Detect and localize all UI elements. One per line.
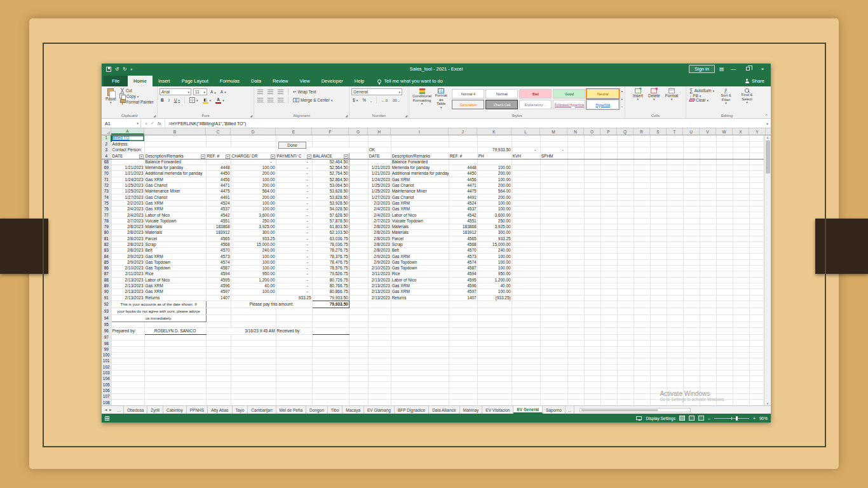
page-break-view-button[interactable] — [698, 416, 704, 421]
cell[interactable] — [231, 335, 276, 341]
cell[interactable] — [600, 135, 617, 141]
cell[interactable] — [540, 200, 567, 206]
cell[interactable] — [650, 135, 667, 141]
cell[interactable] — [449, 382, 477, 388]
cell-style-check-cell[interactable]: Check Cell — [485, 100, 518, 109]
cell[interactable] — [584, 165, 600, 170]
cell[interactable] — [650, 358, 667, 364]
cell[interactable]: 183912 — [449, 230, 477, 236]
cell[interactable] — [540, 165, 567, 170]
cell[interactable] — [667, 308, 683, 315]
cell[interactable]: BALANCE — [312, 153, 349, 159]
cell[interactable] — [683, 266, 700, 271]
cell[interactable] — [667, 358, 683, 364]
cell[interactable]: 100.00 — [477, 289, 512, 295]
cell[interactable] — [512, 159, 540, 165]
cell[interactable] — [540, 295, 567, 301]
paste-button[interactable]: Paste▾ — [104, 88, 118, 105]
cell[interactable] — [449, 353, 477, 358]
cell[interactable]: Labor of Nico — [144, 212, 206, 218]
cell[interactable] — [700, 218, 716, 224]
cell[interactable] — [349, 370, 368, 376]
cell[interactable] — [749, 388, 764, 393]
row-header-105[interactable]: 105 — [102, 382, 111, 388]
cell[interactable] — [512, 200, 540, 206]
cell[interactable]: 4471 — [206, 182, 231, 188]
cell[interactable]: Gas XRM — [144, 254, 206, 259]
cell[interactable] — [512, 194, 540, 200]
cell[interactable] — [449, 364, 477, 370]
cell[interactable] — [700, 346, 716, 352]
cell[interactable] — [349, 353, 368, 358]
cell[interactable] — [716, 171, 733, 177]
number-dialog-launcher[interactable]: ◢ — [405, 114, 407, 118]
cell[interactable] — [567, 370, 584, 376]
cell[interactable] — [749, 400, 764, 405]
cell[interactable] — [667, 165, 683, 170]
redo-icon[interactable]: ↻ — [123, 66, 126, 72]
cell[interactable] — [700, 248, 716, 254]
cell[interactable]: 2/10/2023 — [111, 266, 144, 271]
cell[interactable] — [617, 301, 634, 308]
cell[interactable] — [716, 295, 733, 301]
cell[interactable] — [667, 200, 683, 206]
cell[interactable] — [276, 135, 312, 141]
cell[interactable] — [634, 147, 650, 153]
cell[interactable] — [584, 236, 600, 241]
cell[interactable] — [111, 358, 144, 364]
row-header-97[interactable]: 97 — [102, 335, 111, 341]
cell[interactable] — [540, 376, 567, 382]
cell[interactable] — [716, 346, 733, 352]
cell[interactable] — [617, 328, 634, 335]
cell[interactable]: 79,933.50 — [477, 147, 512, 153]
clipboard-dialog-launcher[interactable]: ◢ — [153, 114, 156, 118]
cell[interactable] — [733, 341, 749, 346]
cell[interactable]: 2/8/2023 — [368, 230, 391, 236]
cell[interactable] — [667, 135, 683, 141]
cell[interactable] — [716, 254, 733, 259]
cell[interactable]: 1407 — [206, 295, 231, 301]
cell[interactable] — [634, 230, 650, 236]
cell[interactable] — [634, 241, 650, 247]
cell[interactable]: 4491 — [449, 194, 477, 200]
cell[interactable]: Gas Chariot — [144, 194, 206, 200]
cell[interactable]: Gas Topdown — [391, 259, 449, 265]
cell[interactable] — [667, 400, 683, 405]
cell[interactable] — [512, 335, 540, 341]
cell[interactable] — [567, 341, 584, 346]
cell[interactable]: 300.00 — [231, 230, 276, 236]
cell[interactable] — [512, 135, 540, 141]
cell[interactable] — [449, 370, 477, 376]
cell[interactable] — [584, 224, 600, 229]
cell[interactable] — [477, 382, 512, 388]
cell[interactable]: 2/2/2023 — [111, 200, 144, 206]
cell[interactable] — [276, 400, 312, 405]
cell[interactable] — [111, 159, 144, 165]
cell[interactable] — [477, 394, 512, 400]
row-header-91[interactable]: 91 — [102, 295, 111, 301]
cell[interactable]: - — [276, 266, 312, 271]
format-cells-button[interactable]: Format▾ — [663, 88, 681, 102]
cell[interactable] — [716, 241, 733, 247]
cell[interactable] — [749, 301, 764, 308]
ribbon-tab-insert[interactable]: Insert — [153, 76, 176, 86]
cell[interactable] — [567, 283, 584, 288]
cell[interactable] — [349, 259, 368, 265]
cell[interactable] — [276, 341, 312, 346]
cell[interactable]: - — [276, 177, 312, 182]
cell[interactable] — [733, 200, 749, 206]
cell[interactable] — [650, 400, 667, 405]
cell[interactable]: 950.00 — [477, 271, 512, 277]
cell[interactable] — [634, 194, 650, 200]
cell[interactable] — [540, 218, 567, 224]
cell[interactable] — [368, 382, 391, 388]
cell[interactable] — [391, 400, 449, 405]
cell[interactable] — [206, 370, 231, 376]
macro-record-icon[interactable] — [105, 416, 109, 421]
ribbon-tab-view[interactable]: View — [294, 76, 316, 86]
insert-function-icon[interactable]: fx — [158, 121, 161, 126]
cell[interactable] — [567, 236, 584, 241]
cell[interactable]: 4597 — [206, 289, 231, 295]
cell[interactable] — [144, 364, 206, 370]
cell[interactable]: 2/8/2023 — [368, 248, 391, 254]
